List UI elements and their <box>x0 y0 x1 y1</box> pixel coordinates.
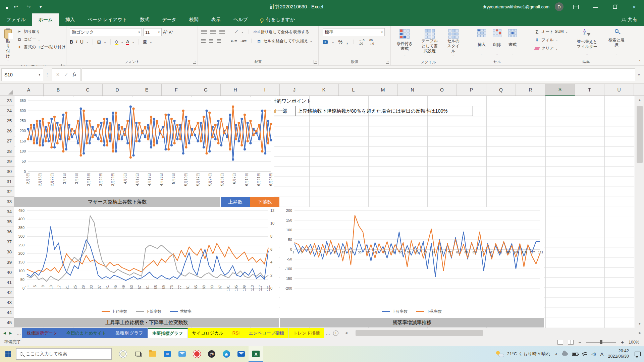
align-top-icon[interactable] <box>201 30 207 34</box>
decrease-decimal-icon[interactable]: .00→.0 <box>368 39 374 45</box>
conditional-formatting-button[interactable]: 条件付き書式⌄ <box>393 27 417 59</box>
opera-icon[interactable] <box>190 346 204 362</box>
align-middle-icon[interactable] <box>210 30 216 34</box>
column-header-R[interactable]: R <box>516 84 545 96</box>
menu-tab-数式[interactable]: 数式 <box>133 13 156 26</box>
start-button[interactable] <box>0 346 16 362</box>
battery-icon[interactable] <box>572 353 578 356</box>
row-header-31[interactable]: 31 <box>0 177 14 187</box>
percent-style-icon[interactable]: % <box>338 39 342 45</box>
row-header-44[interactable]: 44 <box>0 308 14 318</box>
column-header-A[interactable]: A <box>14 84 44 96</box>
bold-button[interactable]: B <box>70 39 73 45</box>
ribbon-display-options-icon[interactable] <box>569 0 583 13</box>
column-header-D[interactable]: D <box>103 84 132 96</box>
menu-tab-ホーム[interactable]: ホーム <box>32 13 59 26</box>
zoom-slider-thumb[interactable] <box>600 340 602 344</box>
menu-tab-ページ レイアウト[interactable]: ページ レイアウト <box>81 13 133 26</box>
sheet-tab-業種別 グラフ[interactable]: 業種別 グラフ <box>111 328 148 338</box>
page-layout-view-icon[interactable] <box>557 340 563 345</box>
column-header-J[interactable]: J <box>280 84 309 96</box>
cell-up-count[interactable]: 上昇数 <box>221 197 250 207</box>
number-format-combo[interactable]: 標準▾ <box>323 28 385 36</box>
scroll-down-icon[interactable]: ▼ <box>635 320 644 328</box>
outlook-icon[interactable] <box>234 346 249 362</box>
increase-indent-icon[interactable]: ⇥≡ <box>240 39 246 44</box>
onedrive-icon[interactable] <box>562 352 568 356</box>
sheet-tab-RSI[interactable]: RSI <box>228 328 245 338</box>
column-header-N[interactable]: N <box>398 84 427 96</box>
legend-item-上昇率数[interactable]: 上昇率数 <box>382 309 408 314</box>
page-break-view-icon[interactable] <box>568 340 574 345</box>
increase-font-icon[interactable]: A˄ <box>163 29 167 35</box>
font-color-icon[interactable]: A <box>126 39 129 45</box>
sheet-overflow-left[interactable]: … <box>15 328 22 338</box>
format-cells-button[interactable]: 書式⌄ <box>506 27 519 58</box>
format-painter-button[interactable]: ✦書式のコピー/貼り付け <box>15 44 67 51</box>
column-header-K[interactable]: K <box>309 84 339 96</box>
zoom-in-icon[interactable]: + <box>621 339 624 345</box>
column-header-F[interactable]: F <box>162 84 191 96</box>
share-button[interactable]: 共有 <box>615 13 644 26</box>
horizontal-scrollbar[interactable]: ◀ ▶ <box>342 328 644 338</box>
borders-icon[interactable]: ⊞ <box>97 39 101 45</box>
row-header-43[interactable]: 43 <box>0 298 14 308</box>
row-header-39[interactable]: 39 <box>0 257 14 267</box>
row-header-34[interactable]: 34 <box>0 207 14 217</box>
scroll-left-icon[interactable]: ◀ <box>343 330 350 336</box>
column-header-T[interactable]: T <box>575 84 604 96</box>
menu-tab-データ[interactable]: データ <box>156 13 183 26</box>
align-right-icon[interactable] <box>217 39 221 43</box>
mail-icon[interactable] <box>175 346 190 362</box>
alignment-dialog-launcher[interactable]: ↘ <box>314 60 317 64</box>
row-header-41[interactable]: 41 <box>0 278 14 288</box>
decrease-indent-icon[interactable]: ⇤≡ <box>231 39 237 44</box>
save-icon[interactable] <box>5 5 9 9</box>
column-header-Q[interactable]: Q <box>486 84 516 96</box>
align-bottom-icon[interactable] <box>219 30 225 34</box>
row-header-30[interactable]: 30 <box>0 167 14 177</box>
column-header-I[interactable]: I <box>250 84 280 96</box>
row-header-27[interactable]: 27 <box>0 136 14 146</box>
tell-me-box[interactable]: 何をしますか <box>254 13 301 26</box>
collapse-ribbon-icon[interactable]: ⌃ <box>638 60 641 64</box>
format-as-table-button[interactable]: テーブルとして書式設定⌄ <box>417 27 442 59</box>
merge-center-button[interactable]: ⬒セルを結合して中央揃え⌄ <box>256 38 312 44</box>
font-size-combo[interactable]: 11▾ <box>143 28 162 36</box>
align-center-icon[interactable] <box>209 39 213 43</box>
chart-advance-decline[interactable]: -200-150-100-500501001502001591317212529… <box>280 207 544 318</box>
sort-filter-button[interactable]: AZ 並べ替えとフィルター⌄ <box>573 27 601 58</box>
row-header-28[interactable]: 28 <box>0 146 14 156</box>
close-button[interactable]: × <box>627 0 641 13</box>
font-dialog-launcher[interactable]: ↘ <box>193 60 196 64</box>
number-dialog-launcher[interactable]: ↘ <box>386 60 389 64</box>
sheet-tab-エンベロープ指標[interactable]: エンベロープ指標 <box>244 328 289 338</box>
sheet-nav-left-icon[interactable]: ◀ <box>3 331 6 335</box>
insert-cells-button[interactable]: 挿入⌄ <box>475 27 488 58</box>
column-header-B[interactable]: B <box>44 84 73 96</box>
cancel-icon[interactable]: ✕ <box>56 72 60 77</box>
sheet-tab-主要指標グラフ[interactable]: 主要指標グラフ <box>148 328 188 338</box>
fill-color-icon[interactable]: ◇ <box>115 39 118 45</box>
cell-K24[interactable]: 上昇銘柄数下降銘柄数が80％を超えた場合には翌日の反転率は100% <box>295 106 473 116</box>
circle-app-icon[interactable] <box>116 346 130 362</box>
accounting-format-icon[interactable] <box>323 40 328 44</box>
column-header-G[interactable]: G <box>191 84 221 96</box>
menu-tab-表示[interactable]: 表示 <box>205 13 227 26</box>
taskbar-search-input[interactable]: ここに入力して検索 <box>16 348 112 360</box>
column-header-L[interactable]: L <box>339 84 368 96</box>
wrap-text-button[interactable]: ab⏎折り返して全体を表示する <box>254 29 310 35</box>
sheet-tab-サイコロジカル[interactable]: サイコロジカル <box>188 328 228 338</box>
align-left-icon[interactable] <box>201 39 206 43</box>
zoom-level[interactable]: 100% <box>629 340 639 345</box>
autosum-button[interactable]: Σオート SUM⌄ <box>533 28 569 35</box>
decrease-font-icon[interactable]: A˅ <box>169 30 173 35</box>
menu-tab-ヘルプ[interactable]: ヘルプ <box>227 13 254 26</box>
column-header-O[interactable]: O <box>427 84 457 96</box>
select-all-corner[interactable] <box>0 84 14 96</box>
name-box[interactable]: S10▾ <box>1 68 43 81</box>
band-right-title[interactable]: 騰落率増減率推移 <box>280 318 544 327</box>
hidden-icons-chevron[interactable]: ∧ <box>555 352 557 356</box>
fill-button[interactable]: ⬇フィル⌄ <box>533 37 569 44</box>
cell-down-count[interactable]: 下落数 <box>250 197 279 207</box>
